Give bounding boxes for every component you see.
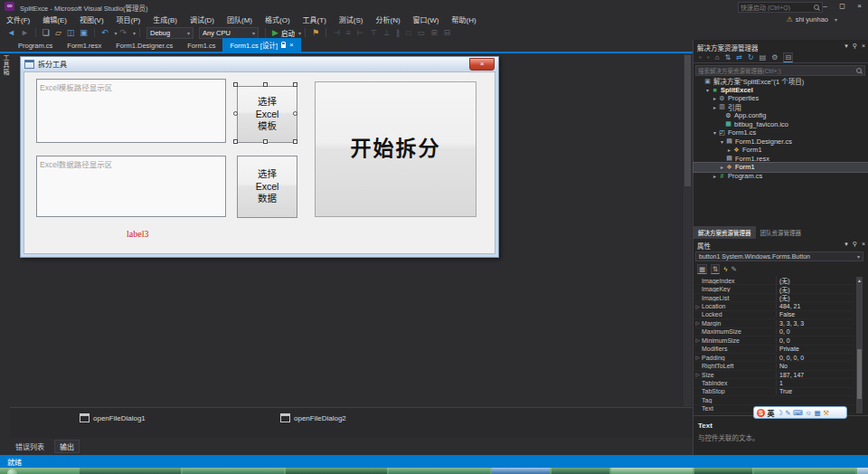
tab-program-cs[interactable]: Program.cs [11, 40, 60, 52]
scrollbar-thumb[interactable] [857, 349, 862, 399]
expand-arrow-icon[interactable]: ▾ [712, 129, 718, 136]
ime-language-mode[interactable]: 英 [768, 408, 775, 418]
taskbar-button[interactable] [552, 468, 609, 474]
tree-item-program-cs[interactable]: ▸ Program.cs [693, 172, 868, 181]
tab-team-explorer[interactable]: 团队资源管理器 [756, 226, 807, 239]
solution-explorer-search-box[interactable] [695, 65, 865, 76]
template-path-textbox[interactable]: Excel模板路径显示区 [36, 79, 226, 143]
selection-handle[interactable] [233, 82, 238, 87]
redo-icon[interactable]: ↷ [119, 28, 127, 37]
property-row-padding[interactable]: ▷Padding0, 0, 0, 0 [693, 354, 854, 362]
ime-punctuation-icon[interactable]: ✎ [785, 409, 790, 417]
label3-text[interactable]: label3 [127, 229, 148, 239]
tree-item-properties[interactable]: ▸ Properties [693, 94, 868, 103]
selection-handle[interactable] [263, 139, 268, 144]
property-row-imagelist[interactable]: ImageList(无) [693, 294, 854, 302]
make-same-size-icon[interactable]: ▭ [418, 28, 425, 37]
menu-analyze[interactable]: 分析(N) [369, 14, 406, 24]
menu-file[interactable]: 文件(F) [0, 14, 36, 24]
start-debugging-icon[interactable]: ▶ [272, 28, 278, 37]
select-excel-template-button[interactable]: 选择 Excel 模板 [237, 86, 297, 143]
collapse-all-icon[interactable]: ⇅ [725, 53, 731, 62]
tree-item-form1-class-selected[interactable]: ▸ Form1 [693, 163, 868, 172]
new-file-icon[interactable]: ❏ [42, 28, 50, 37]
taskbar-button[interactable] [611, 468, 693, 474]
editor-scrollbar[interactable] [684, 53, 692, 406]
tab-solution-explorer[interactable]: 解决方案资源管理器 [693, 226, 756, 239]
tab-output[interactable]: 输出 [54, 440, 80, 453]
tree-item-appconfig[interactable]: App.config [693, 111, 868, 120]
open-file-icon[interactable]: ▱ [55, 28, 61, 37]
solution-configuration-dropdown[interactable]: Debug▾ [146, 27, 193, 39]
menu-format[interactable]: 格式(O) [259, 14, 297, 24]
selection-handle[interactable] [293, 139, 297, 144]
selection-handle[interactable] [233, 139, 238, 144]
selection-handle[interactable] [263, 82, 268, 87]
user-account-menu[interactable]: ⚠ shi yunhao ▾ [787, 13, 837, 25]
taskbar-button[interactable] [857, 468, 868, 474]
undo-icon[interactable]: ↶ [101, 28, 108, 37]
taskbar-button[interactable] [754, 468, 855, 474]
designed-form-window[interactable]: 拆分工具 × Excel模板路径显示区 选择 Excel 模板 Excel数据路… [20, 56, 499, 258]
back-icon[interactable]: ◦ [699, 53, 702, 62]
tree-item-form1-cs[interactable]: ▾ Form1.cs [693, 128, 868, 137]
expand-arrow-icon[interactable]: ▾ [719, 138, 725, 145]
tree-item-references[interactable]: ▸ 引用 [693, 103, 868, 112]
chevron-down-icon[interactable]: ▾ [844, 43, 848, 50]
tab-error-list[interactable]: 错误列表 [11, 441, 49, 452]
properties-object-dropdown[interactable]: button1 System.Windows.Forms.Button ▾ [695, 251, 863, 261]
ime-emoji-icon[interactable]: ☺ [805, 409, 812, 417]
categorized-icon[interactable]: ▦ [697, 264, 707, 274]
show-all-files-icon[interactable]: ▤ [760, 53, 767, 62]
expand-arrow-icon[interactable]: ▸ [712, 104, 718, 110]
start-split-button[interactable]: 开始拆分 [315, 81, 476, 217]
menu-build[interactable]: 生成(B) [146, 14, 184, 24]
tab-form1-cs[interactable]: Form1.cs [180, 40, 222, 52]
forward-icon[interactable]: ◦ [707, 53, 710, 62]
menu-debug[interactable]: 调试(D) [184, 14, 221, 24]
property-row-righttoleft[interactable]: RightToLeftNo [693, 362, 854, 370]
align-rights-icon[interactable]: ⊢ [357, 28, 363, 37]
pin-icon[interactable]: ⚲ [853, 43, 857, 50]
menu-help[interactable]: 帮助(H) [445, 14, 482, 24]
selection-handle[interactable] [293, 82, 297, 87]
taskbar-button[interactable] [183, 468, 284, 474]
selection-handle[interactable] [293, 111, 297, 116]
taskbar-button[interactable] [80, 468, 181, 474]
events-icon[interactable]: ϟ [723, 265, 727, 273]
restore-button[interactable]: ◻ [835, 1, 849, 11]
property-row-size[interactable]: ▷Size187, 147 [693, 371, 854, 379]
expand-arrow-icon[interactable]: ▸ [719, 164, 725, 170]
align-tops-icon[interactable]: ⊤ [370, 28, 376, 37]
selection-handle[interactable] [233, 111, 238, 116]
refresh-icon[interactable]: ↻ [748, 53, 754, 62]
menu-project[interactable]: 项目(P) [110, 14, 147, 24]
save-icon[interactable]: ◫ [67, 28, 75, 37]
expand-arrow-icon[interactable]: ▾ [704, 87, 711, 93]
preview-selected-items-icon[interactable]: ⊟ [783, 52, 793, 62]
property-pages-icon[interactable]: ✎ [731, 265, 736, 273]
menu-view[interactable]: 视图(V) [73, 14, 110, 24]
property-row-location[interactable]: ▷Location484, 21 [693, 302, 854, 310]
redo-dropdown-icon[interactable]: ▾ [133, 30, 136, 36]
ime-keyboard-icon[interactable]: ⌨ [793, 409, 803, 417]
tree-item-project-splitexcel[interactable]: ▾ SplitExcel [693, 86, 868, 95]
minimize-button[interactable]: – [818, 1, 832, 11]
navigate-forward-icon[interactable]: ► [21, 28, 29, 37]
close-icon[interactable]: × [862, 241, 865, 248]
expand-arrow-icon[interactable]: ▸ [712, 95, 718, 101]
start-debugging-label[interactable]: 启动 [281, 28, 295, 38]
form-client-area[interactable]: Excel模板路径显示区 选择 Excel 模板 Excel数据路径显示区 选择… [24, 71, 495, 254]
tab-form1-designer-cs[interactable]: Form1.Designer.cs [108, 40, 180, 52]
ime-fullhalf-icon[interactable]: ☽ [777, 409, 783, 417]
taskbar-button[interactable] [492, 468, 550, 474]
ime-skin-icon[interactable]: ▦ [815, 409, 821, 417]
toolbox-collapsed-tab[interactable]: 工具箱 [0, 42, 10, 89]
taskbar-button[interactable] [694, 468, 752, 474]
vertical-spacing-icon[interactable]: ⊟ [444, 28, 450, 37]
align-centers-icon[interactable]: ≡ [346, 28, 351, 37]
component-openfiledialog2[interactable]: openFileDialog2 [280, 413, 346, 422]
solution-explorer-search-input[interactable] [696, 68, 856, 74]
property-row-margin[interactable]: ▷Margin3, 3, 3, 3 [693, 319, 854, 327]
property-row-locked[interactable]: LockedFalse [693, 311, 854, 319]
